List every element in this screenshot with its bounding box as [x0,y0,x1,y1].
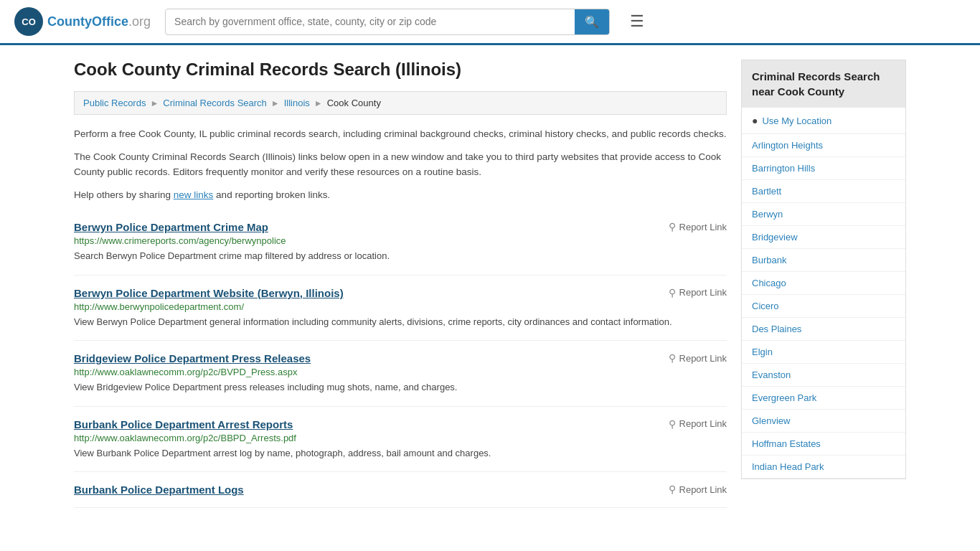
page-title: Cook County Criminal Records Search (Ill… [74,60,727,80]
sidebar-city-link[interactable]: Evergreen Park [742,387,905,410]
breadcrumb: Public Records ► Criminal Records Search… [74,91,727,115]
sidebar-city-link[interactable]: Barrington Hills [742,157,905,180]
breadcrumb-sep-2: ► [271,98,280,108]
logo-icon: CO [14,7,43,36]
breadcrumb-cook-county: Cook County [327,98,381,108]
report-link-icon: ⚲ [669,352,676,364]
breadcrumb-public-records[interactable]: Public Records [83,98,146,108]
main-content: Cook County Criminal Records Search (Ill… [74,60,727,508]
breadcrumb-illinois[interactable]: Illinois [284,98,310,108]
breadcrumb-sep-3: ► [314,98,323,108]
breadcrumb-sep-1: ► [150,98,159,108]
sidebar-city-link[interactable]: Elgin [742,341,905,364]
sidebar-city-link[interactable]: Arlington Heights [742,134,905,157]
hamburger-icon: ☰ [630,12,644,30]
search-bar: 🔍 [165,9,610,35]
result-title-link[interactable]: Berwyn Police Department Crime Map [74,221,268,233]
search-button[interactable]: 🔍 [575,9,609,34]
result-title-link[interactable]: Burbank Police Department Logs [74,484,244,496]
description-para2: The Cook County Criminal Records Search … [74,149,727,180]
result-url: http://www.oaklawnecomm.org/p2c/BVPD_Pre… [74,367,727,377]
sidebar: Criminal Records Search near Cook County… [741,60,906,508]
location-pin-icon: ● [752,115,758,126]
use-my-location-button[interactable]: ● Use My Location [742,108,905,134]
report-link-button[interactable]: ⚲ Report Link [669,221,727,232]
result-title-link[interactable]: Berwyn Police Department Website (Berwyn… [74,287,344,299]
report-link-label: Report Link [679,287,727,298]
report-link-button[interactable]: ⚲ Report Link [669,484,727,495]
result-description: View Berwyn Police Department general in… [74,315,727,329]
sidebar-city-link[interactable]: Burbank [742,249,905,272]
result-title-row: Berwyn Police Department Website (Berwyn… [74,287,727,299]
result-url: https://www.crimereports.com/agency/berw… [74,235,727,246]
results-list: Berwyn Police Department Crime Map ⚲ Rep… [74,209,727,508]
report-link-button[interactable]: ⚲ Report Link [669,418,727,430]
sidebar-city-link[interactable]: Berwyn [742,203,905,226]
sidebar-city-link[interactable]: Cicero [742,295,905,318]
report-link-button[interactable]: ⚲ Report Link [669,352,727,364]
logo-text: CountyOffice.org [47,14,151,29]
description-para3: Help others by sharing new links and rep… [74,187,727,203]
result-item: Bridgeview Police Department Press Relea… [74,341,727,407]
hamburger-button[interactable]: ☰ [624,9,650,34]
site-header: CO CountyOffice.org 🔍 ☰ [0,0,980,45]
logo-link[interactable]: CO CountyOffice.org [14,7,151,36]
result-item: Burbank Police Department Arrest Reports… [74,407,727,473]
report-link-icon: ⚲ [669,418,676,430]
sidebar-city-link[interactable]: Hoffman Estates [742,433,905,456]
sidebar-city-link[interactable]: Indian Head Park [742,456,905,479]
result-title-row: Berwyn Police Department Crime Map ⚲ Rep… [74,221,727,233]
sidebar-city-link[interactable]: Bridgeview [742,226,905,249]
sidebar-city-link[interactable]: Des Plaines [742,318,905,341]
sidebar-box: Criminal Records Search near Cook County… [741,60,906,479]
report-link-icon: ⚲ [669,221,676,232]
report-link-icon: ⚲ [669,484,676,495]
result-title-row: Burbank Police Department Arrest Reports… [74,418,727,430]
sidebar-city-link[interactable]: Glenview [742,410,905,433]
svg-text:CO: CO [22,17,36,27]
result-title-link[interactable]: Bridgeview Police Department Press Relea… [74,352,311,364]
report-link-label: Report Link [679,353,727,364]
report-link-label: Report Link [679,418,727,429]
report-link-icon: ⚲ [669,287,676,298]
report-link-label: Report Link [679,222,727,232]
sidebar-heading: Criminal Records Search near Cook County [742,60,905,108]
result-title-link[interactable]: Burbank Police Department Arrest Reports [74,418,293,430]
sidebar-city-link[interactable]: Bartlett [742,180,905,203]
result-description: View Bridgeview Police Department press … [74,380,727,395]
page-content: Cook County Criminal Records Search (Ill… [60,45,920,522]
report-link-label: Report Link [679,484,727,495]
sidebar-cities-list: Arlington HeightsBarrington HillsBartlet… [742,134,905,479]
result-title-row: Burbank Police Department Logs ⚲ Report … [74,484,727,496]
report-link-button[interactable]: ⚲ Report Link [669,287,727,298]
sidebar-city-link[interactable]: Evanston [742,364,905,387]
breadcrumb-criminal-records[interactable]: Criminal Records Search [163,98,267,108]
result-description: View Burbank Police Department arrest lo… [74,446,727,461]
search-icon: 🔍 [585,16,599,28]
result-description: Search Berwyn Police Department crime ma… [74,249,727,263]
search-input[interactable] [166,10,575,33]
result-item: Burbank Police Department Logs ⚲ Report … [74,472,727,508]
result-item: Berwyn Police Department Crime Map ⚲ Rep… [74,209,727,276]
use-my-location-label: Use My Location [762,116,831,126]
result-url: http://www.berwynpolicedepartment.com/ [74,301,727,312]
result-item: Berwyn Police Department Website (Berwyn… [74,276,727,342]
description-para1: Perform a free Cook County, IL public cr… [74,126,727,142]
result-title-row: Bridgeview Police Department Press Relea… [74,352,727,364]
new-links-link[interactable]: new links [174,189,214,200]
result-url: http://www.oaklawnecomm.org/p2c/BBPD_Arr… [74,433,727,443]
sidebar-city-link[interactable]: Chicago [742,272,905,295]
